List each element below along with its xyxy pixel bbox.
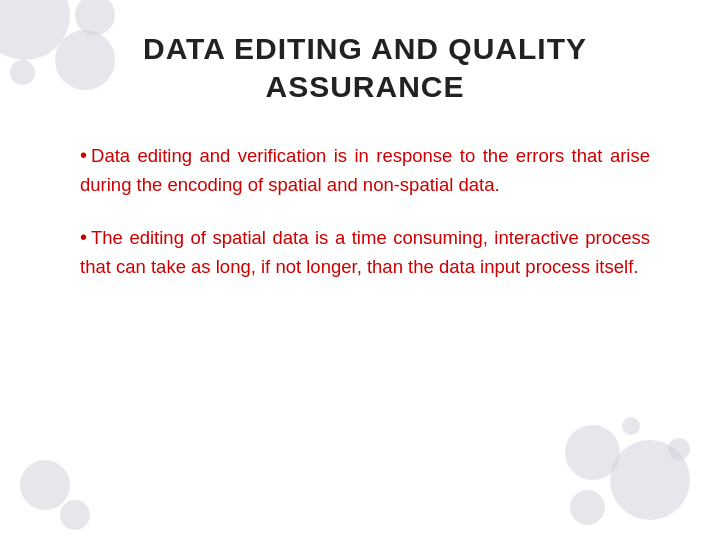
decorative-circle-bl1 <box>20 460 70 510</box>
slide-title: DATA EDITING AND QUALITY ASSURANCE <box>80 30 650 105</box>
slide-content: DATA EDITING AND QUALITY ASSURANCE •Data… <box>0 0 720 333</box>
slide: DATA EDITING AND QUALITY ASSURANCE •Data… <box>0 0 720 540</box>
bullet-section-1: •Data editing and verification is in res… <box>80 140 650 200</box>
decorative-circle-br3 <box>570 490 605 525</box>
bullet-text-1: •Data editing and verification is in res… <box>80 140 650 200</box>
bullet-marker-1: • <box>80 144 87 166</box>
decorative-circle-br4 <box>668 438 690 460</box>
bullet-marker-2: • <box>80 226 87 248</box>
title-line2: ASSURANCE <box>265 70 464 103</box>
bullet-section-2: •The editing of spatial data is a time c… <box>80 222 650 282</box>
bullet-text-2: •The editing of spatial data is a time c… <box>80 222 650 282</box>
decorative-circle-br5 <box>622 417 640 435</box>
title-line1: DATA EDITING AND QUALITY <box>143 32 587 65</box>
decorative-circle-br2 <box>565 425 620 480</box>
decorative-circle-bl2 <box>60 500 90 530</box>
